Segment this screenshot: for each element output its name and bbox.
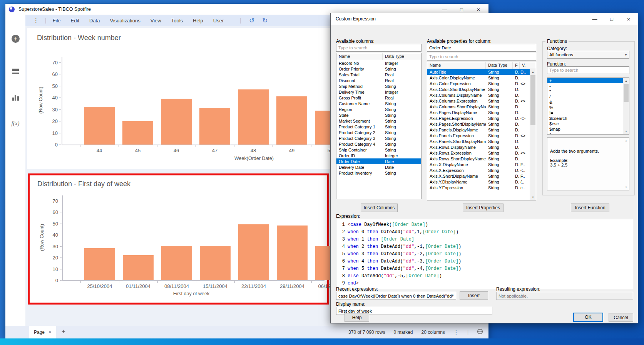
y-axis-title[interactable]: (Row Count): [39, 214, 45, 261]
table-row[interactable]: Axis.Color.DisplayNameStringD.: [427, 75, 536, 81]
columns-header-datatype[interactable]: Data Type: [383, 53, 421, 60]
properties-header-f[interactable]: F: [513, 62, 520, 69]
table-row[interactable]: Axis.Rows.ExpressionStringD. <>: [427, 150, 536, 156]
table-row[interactable]: Axis.Pages.ShortDisplayNameStringD.: [427, 121, 536, 127]
bar[interactable]: [122, 121, 153, 145]
bar[interactable]: [238, 89, 269, 145]
table-row[interactable]: AutoTitleStringD. D..: [427, 69, 536, 75]
bar[interactable]: [161, 99, 192, 145]
table-row[interactable]: Axis.Pages.DisplayNameStringD.: [427, 109, 536, 115]
table-row[interactable]: Axis.Pages.ExpressionStringD. <>: [427, 115, 536, 121]
menu-view[interactable]: View: [151, 18, 161, 24]
table-row[interactable]: Product Category 2String: [336, 130, 421, 135]
bar[interactable]: [199, 108, 230, 145]
expression-editor[interactable]: 1<case DayOfWeek([Order Date])2when 0 th…: [336, 219, 633, 289]
table-row[interactable]: Sales TotalReal: [336, 72, 421, 77]
table-row[interactable]: Ship MethodString: [336, 83, 421, 89]
bar[interactable]: [161, 246, 192, 280]
table-row[interactable]: Customer NameString: [336, 101, 421, 106]
y-axis-title[interactable]: (Row Count): [38, 77, 43, 123]
add-page-icon[interactable]: +: [62, 328, 65, 335]
function-list-item[interactable]: &: [547, 99, 625, 105]
category-dropdown[interactable]: All functions▼: [547, 51, 629, 59]
properties-header-v[interactable]: V.: [520, 62, 530, 69]
properties-header-name[interactable]: Name: [427, 62, 486, 69]
table-row[interactable]: Order PriorityString: [336, 66, 421, 72]
table-row[interactable]: Record NoInteger: [336, 60, 421, 66]
table-row[interactable]: Axis.Rows.ShortDisplayNameStringD.: [427, 156, 536, 162]
recent-expressions-dropdown[interactable]: case DayOfWeek([Order Date]) when 0 then…: [336, 292, 456, 300]
table-row[interactable]: Delivery TimeInteger: [336, 89, 421, 95]
bar[interactable]: [123, 255, 154, 280]
function-list-item[interactable]: !=: [547, 110, 625, 116]
table-row[interactable]: Axis.X.DisplayNameStringD. F..: [427, 162, 536, 167]
ok-button[interactable]: OK: [573, 313, 603, 322]
tab-close-icon[interactable]: ✕: [48, 330, 52, 335]
function-list-item[interactable]: ^: [547, 132, 625, 135]
help-button[interactable]: Help: [345, 313, 369, 322]
menu-edit[interactable]: Edit: [71, 18, 79, 24]
function-list-item[interactable]: /: [547, 94, 625, 99]
menu-user[interactable]: User: [213, 18, 224, 24]
table-row[interactable]: Axis.Y.ExpressionStringD. c..: [427, 185, 536, 190]
kebab-menu-icon[interactable]: ⋮: [33, 17, 39, 24]
undo-icon[interactable]: ↺: [249, 17, 254, 25]
properties-header-datatype[interactable]: Data Type: [486, 62, 513, 69]
function-list-item[interactable]: +: [547, 78, 625, 83]
table-row[interactable]: Product Category 4String: [336, 141, 421, 147]
table-row[interactable]: Axis.Columns.DisplayNameStringD.: [427, 92, 536, 98]
dialog-maximize-icon[interactable]: □: [603, 13, 620, 25]
function-list-item[interactable]: *: [547, 89, 625, 94]
status-kebab-icon[interactable]: ⋮: [453, 329, 459, 335]
bar[interactable]: [200, 246, 231, 280]
bar[interactable]: [84, 107, 115, 145]
x-axis-title[interactable]: First day of week: [153, 291, 230, 296]
page-tab[interactable]: Page ✕: [29, 326, 56, 338]
menu-data[interactable]: Data: [89, 18, 100, 24]
bar[interactable]: [276, 96, 307, 145]
function-search-input[interactable]: Type to search: [547, 66, 629, 74]
function-list-item[interactable]: %: [547, 105, 625, 110]
table-row[interactable]: Axis.Y.DisplayNameStringD. (..: [427, 179, 536, 185]
columns-header-name[interactable]: Name: [336, 53, 383, 60]
insert-columns-button[interactable]: Insert Columns: [361, 204, 398, 212]
dialog-minimize-icon[interactable]: —: [586, 13, 603, 25]
menu-visualizations[interactable]: Visualizations: [110, 18, 140, 24]
table-row[interactable]: Product InventoryString: [336, 170, 421, 176]
table-row[interactable]: Order DateDate: [336, 158, 421, 164]
data-table-icon[interactable]: [5, 69, 25, 74]
insert-function-button[interactable]: Insert Function: [571, 204, 609, 212]
dialog-close-icon[interactable]: ×: [620, 13, 637, 25]
function-list-item[interactable]: $map: [547, 126, 625, 132]
menu-help[interactable]: Help: [193, 18, 203, 24]
table-row[interactable]: Axis.Color.ShortDisplayNameStringD.: [427, 86, 536, 92]
table-row[interactable]: Order IDInteger: [336, 153, 421, 158]
insert-properties-button[interactable]: Insert Properties: [463, 204, 503, 212]
table-row[interactable]: StateString: [336, 112, 421, 118]
fx-expression-icon[interactable]: f(x): [5, 120, 25, 127]
properties-scrollbar[interactable]: ▲ ▼: [530, 69, 536, 200]
cancel-button[interactable]: Cancel: [609, 313, 633, 322]
table-row[interactable]: Market SegmentString: [336, 118, 421, 124]
function-list-item[interactable]: -: [547, 83, 625, 89]
table-row[interactable]: Product Category 3String: [336, 135, 421, 141]
properties-search-input[interactable]: Type to search: [427, 53, 536, 61]
table-row[interactable]: Axis.Columns.ExpressionStringD. <>: [427, 98, 536, 104]
columns-search-input[interactable]: Type to search: [336, 44, 422, 52]
bar[interactable]: [277, 226, 308, 280]
table-row[interactable]: Axis.Panels.DisplayNameStringD.: [427, 127, 536, 133]
bar[interactable]: [84, 248, 115, 280]
function-list-scrollbar[interactable]: ▲ ▼: [623, 78, 629, 134]
table-row[interactable]: Axis.Panels.ShortDisplayNameStringD.: [427, 138, 536, 144]
table-row[interactable]: Delivery DateDate: [336, 164, 421, 170]
insert-recent-button[interactable]: Insert: [460, 291, 488, 300]
table-row[interactable]: Axis.Columns.ShortDisplayNameStringD.: [427, 104, 536, 109]
table-row[interactable]: Axis.X.ExpressionStringD. <..: [427, 167, 536, 173]
function-list-item[interactable]: $esc: [547, 121, 625, 126]
table-row[interactable]: Axis.Rows.DisplayNameStringD.: [427, 144, 536, 150]
add-visualization-icon[interactable]: +: [5, 35, 25, 43]
table-row[interactable]: Gross ProfitReal: [336, 95, 421, 101]
table-row[interactable]: Axis.X.ShortDisplayNameStringD. F..: [427, 173, 536, 179]
table-row[interactable]: Ship ContainerString: [336, 147, 421, 153]
table-row[interactable]: RegionString: [336, 106, 421, 112]
